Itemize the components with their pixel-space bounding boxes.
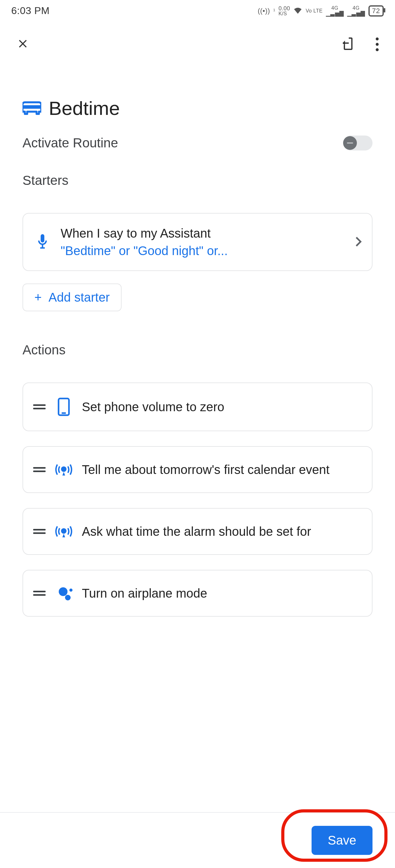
action-calendar-event[interactable]: Tell me about tomorrow's first calendar … — [23, 446, 372, 493]
chevron-right-icon — [355, 234, 362, 250]
activate-label: Activate Routine — [23, 135, 118, 151]
battery-icon: 72 — [368, 5, 384, 17]
drag-handle-icon[interactable] — [33, 529, 46, 534]
signal-icon-2: ▁▃▅▇ — [347, 11, 365, 16]
status-time: 6:03 PM — [11, 5, 50, 17]
svg-point-1 — [376, 43, 378, 45]
status-icons: ((•)) 1 0.00 K/S Vo LTE 4G ▁▃▅▇ 4G ▁▃▅▇ … — [258, 5, 384, 17]
svg-point-9 — [61, 528, 66, 534]
add-to-home-icon[interactable] — [341, 36, 356, 53]
action-phone-volume[interactable]: Set phone volume to zero — [23, 382, 372, 431]
action-airplane-mode[interactable]: Turn on airplane mode — [23, 570, 372, 617]
page-title: Bedtime — [49, 97, 120, 119]
starter-title: When I say to my Assistant — [61, 225, 346, 242]
svg-point-0 — [376, 37, 378, 40]
close-icon[interactable] — [16, 35, 29, 54]
starters-header: Starters — [0, 159, 395, 194]
svg-rect-3 — [40, 234, 45, 242]
plus-icon: + — [34, 290, 41, 304]
save-button[interactable]: Save — [312, 826, 372, 855]
add-starter-label: Add starter — [49, 290, 110, 304]
actions-header: Actions — [0, 311, 395, 364]
status-bar: 6:03 PM ((•)) 1 0.00 K/S Vo LTE 4G ▁▃▅▇ … — [0, 0, 395, 22]
hotspot-icon: ((•)) — [258, 7, 270, 15]
action-label: Tell me about tomorrow's first calendar … — [82, 461, 362, 478]
bottom-bar: Save — [0, 812, 395, 868]
bed-icon — [23, 100, 41, 116]
svg-point-8 — [61, 466, 66, 472]
svg-point-2 — [376, 49, 378, 51]
activate-row: Activate Routine — [0, 129, 395, 159]
title-row: Bedtime — [0, 63, 395, 129]
status-speed-unit: K/S — [278, 11, 290, 16]
signal-icon: ▁▃▅▇ — [326, 11, 344, 16]
activate-toggle[interactable] — [343, 135, 372, 151]
phone-icon — [54, 398, 73, 416]
more-menu-icon[interactable] — [376, 37, 379, 51]
add-starter-button[interactable]: + Add starter — [23, 283, 121, 311]
drag-handle-icon[interactable] — [33, 467, 46, 472]
assistant-icon — [54, 585, 73, 601]
action-label: Turn on airplane mode — [82, 585, 362, 602]
drag-handle-icon[interactable] — [33, 591, 46, 596]
app-bar — [0, 22, 395, 63]
broadcast-icon — [54, 463, 73, 476]
starter-voice-card[interactable]: When I say to my Assistant "Bedtime" or … — [23, 213, 372, 271]
action-label: Ask what time the alarm should be set fo… — [82, 523, 362, 540]
status-speed: 0.00 — [278, 6, 290, 11]
broadcast-icon — [54, 525, 73, 538]
action-alarm-time[interactable]: Ask what time the alarm should be set fo… — [23, 508, 372, 555]
action-label: Set phone volume to zero — [82, 398, 362, 415]
drag-handle-icon[interactable] — [33, 404, 46, 409]
starter-phrases: "Bedtime" or "Good night" or... — [61, 242, 346, 259]
mic-icon — [33, 234, 52, 250]
wifi-icon — [293, 6, 303, 16]
